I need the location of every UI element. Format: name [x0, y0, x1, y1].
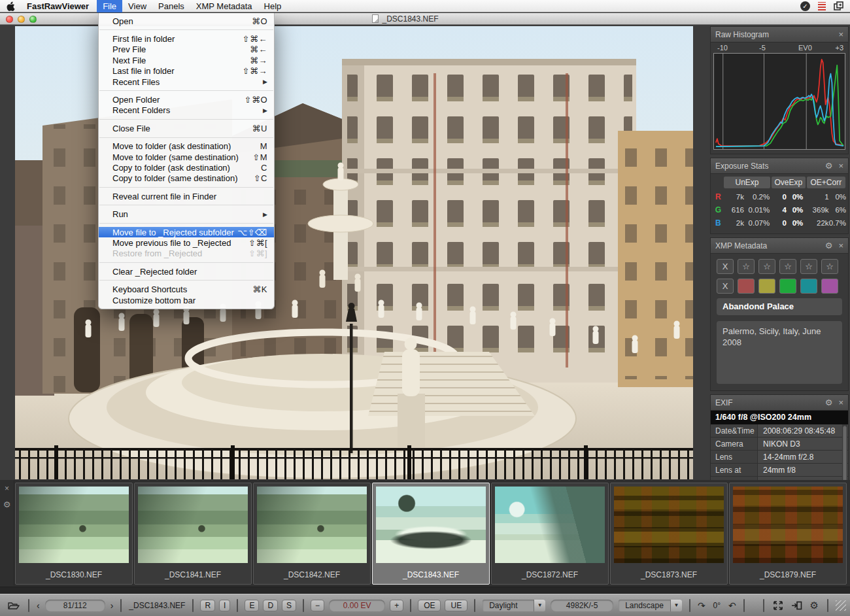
picture-style-dropdown[interactable]: Landscape ▼	[619, 600, 682, 611]
raw-histogram-header[interactable]: Raw Histogram ×	[711, 27, 848, 43]
ev-plus-button[interactable]: +	[390, 600, 403, 611]
menu-item-customize-bottom-bar[interactable]: Customize bottom bar	[99, 295, 274, 305]
menu-item-keyboard-shortcuts[interactable]: Keyboard Shortcuts⌘K	[99, 284, 274, 294]
menu-item-last-file[interactable]: Last file in folder⇧⌘→	[99, 66, 274, 77]
ue-button[interactable]: UE	[445, 600, 468, 611]
rating-star-2[interactable]: ☆	[758, 259, 775, 274]
menu-item-move-previous-rejected[interactable]: Move previous file to _Rejected⇧⌘[	[99, 237, 274, 248]
rating-star-1[interactable]: ☆	[738, 259, 755, 274]
submenu-arrow-icon: ▶	[263, 107, 267, 114]
settings-gear-icon[interactable]: ⚙	[810, 600, 819, 611]
histogram-axis-labels: -10 -5 EV0 +3	[711, 43, 848, 53]
col-oecorr[interactable]: OE+Corr	[807, 177, 845, 188]
prev-file-arrow[interactable]: ‹	[37, 600, 40, 611]
menu-item-recent-folders[interactable]: Recent Folders▶	[99, 105, 274, 116]
file-menu: Open⌘O First file in folder⇧⌘← Prev File…	[98, 13, 275, 309]
info-button[interactable]: I	[219, 600, 230, 611]
xmp-title-field[interactable]: Abandond Palace	[717, 298, 842, 315]
chevron-down-icon: ▼	[670, 600, 682, 611]
menu-item-open-folder[interactable]: Open Folder⇧⌘O	[99, 94, 274, 105]
menubar-file[interactable]: File	[97, 0, 122, 12]
exposure-stats-header[interactable]: Exposure Stats ⚙ ×	[711, 158, 848, 174]
shadows-button[interactable]: S	[282, 600, 296, 611]
thumbnail-dsc1873[interactable]: _DSC1873.NEF	[610, 483, 728, 585]
label-blue-swatch[interactable]	[800, 279, 817, 294]
label-none-button[interactable]: X	[717, 279, 734, 294]
menu-item-copy-same[interactable]: Copy to folder (same destination)⇧C	[99, 173, 274, 184]
exif-close-icon[interactable]: ×	[838, 398, 843, 407]
exif-header[interactable]: EXIF ⚙ ×	[711, 395, 848, 411]
menu-item-move-ask[interactable]: Move to folder (ask destination)M	[99, 141, 274, 152]
menubar-help[interactable]: Help	[258, 0, 288, 12]
histogram-red-curve	[716, 60, 843, 146]
thumbnail-image	[19, 487, 129, 563]
menu-item-close-file[interactable]: Close File⌘U	[99, 123, 274, 133]
exposure-stats-close-icon[interactable]: ×	[838, 162, 843, 170]
thumbnail-dsc1872[interactable]: _DSC1872.NEF	[491, 483, 609, 585]
ev-minus-button[interactable]: −	[311, 600, 324, 611]
details-button[interactable]: D	[263, 600, 278, 611]
label-purple-swatch[interactable]	[821, 279, 838, 294]
filmstrip-gear-icon[interactable]: ⚙	[0, 500, 14, 509]
menu-item-open[interactable]: Open⌘O	[99, 16, 274, 26]
menu-item-copy-ask[interactable]: Copy to folder (ask destination)C	[99, 162, 274, 173]
apple-menu[interactable]	[0, 1, 21, 11]
exposure-button[interactable]: E	[245, 600, 259, 611]
menu-item-clear-rejected[interactable]: Clear _Rejected folder	[99, 266, 274, 277]
menu-item-prev-file[interactable]: Prev File⌘←	[99, 44, 274, 55]
exif-title: EXIF	[715, 398, 733, 407]
ev-value-field[interactable]: 0.00 EV	[329, 600, 385, 611]
raw-button[interactable]: R	[200, 600, 215, 611]
col-unexp[interactable]: UnExp	[724, 177, 770, 188]
menu-item-recent-files[interactable]: Recent Files▶	[99, 77, 274, 87]
rotate-cw-icon[interactable]: ↷	[698, 600, 706, 611]
fullscreen-icon[interactable]	[773, 600, 783, 611]
menu-item-reveal-finder[interactable]: Reveal current file in Finder	[99, 191, 274, 201]
xmp-gear-icon[interactable]: ⚙	[825, 241, 833, 250]
menu-item-move-to-rejected[interactable]: Move file to _Rejected subfolder⌥⇧⌫	[99, 227, 274, 237]
filmstrip-close-icon[interactable]: ×	[5, 484, 9, 493]
menubar-red-list-icon[interactable]	[818, 2, 826, 10]
menubar-panels[interactable]: Panels	[152, 0, 190, 12]
menubar-status-check-icon[interactable]: ✓	[800, 1, 810, 11]
menu-item-run[interactable]: Run▶	[99, 209, 274, 219]
menubar-view[interactable]: View	[122, 0, 152, 12]
label-red-swatch[interactable]	[738, 279, 755, 294]
next-file-arrow[interactable]: ›	[110, 600, 114, 611]
exposure-stats-gear-icon[interactable]: ⚙	[825, 162, 833, 170]
thumbnail-dsc1842[interactable]: _DSC1842.NEF	[253, 483, 371, 585]
menubar-app-name[interactable]: FastRawViewer	[21, 0, 97, 12]
file-position-field[interactable]: 81/112	[45, 600, 105, 611]
rating-star-5[interactable]: ☆	[821, 259, 838, 274]
thumbnail-dsc1830[interactable]: _DSC1830.NEF	[15, 483, 133, 585]
histogram-plot	[713, 53, 845, 150]
oe-button[interactable]: OE	[418, 600, 441, 611]
open-folder-icon[interactable]	[8, 601, 20, 610]
xmp-description-field[interactable]: Palermo, Sicily, Italy, June 2008	[717, 321, 842, 384]
thumbnail-dsc1879[interactable]: _DSC1879.NEF	[729, 483, 847, 585]
col-oveexp[interactable]: OveExp	[772, 177, 805, 188]
xmp-close-icon[interactable]: ×	[838, 241, 843, 250]
toggle-panel-icon[interactable]	[791, 601, 802, 610]
menu-item-next-file[interactable]: Next File⌘→	[99, 55, 274, 65]
menubar-windows-icon[interactable]	[834, 1, 843, 10]
rating-star-4[interactable]: ☆	[800, 259, 817, 274]
xmp-header[interactable]: XMP Metadata ⚙ ×	[711, 238, 848, 254]
window-resize-grip[interactable]	[836, 600, 846, 611]
label-green-swatch[interactable]	[779, 279, 796, 294]
menu-item-first-file[interactable]: First file in folder⇧⌘←	[99, 33, 274, 44]
rating-reject-button[interactable]: X	[717, 259, 734, 274]
raw-histogram-close-icon[interactable]: ×	[838, 30, 843, 39]
color-temp-field[interactable]: 4982K/-5	[551, 600, 613, 611]
exif-gear-icon[interactable]: ⚙	[825, 398, 833, 407]
menubar-xmp-metadata[interactable]: XMP Metadata	[190, 0, 258, 12]
rotate-ccw-icon[interactable]: ↶	[728, 600, 736, 611]
filmstrip-scrollbar[interactable]	[0, 587, 850, 594]
menu-item-move-same[interactable]: Move to folder (same destination)⇧M	[99, 152, 274, 162]
thumbnail-dsc1841[interactable]: _DSC1841.NEF	[134, 483, 252, 585]
white-balance-dropdown[interactable]: Daylight ▼	[483, 600, 545, 611]
label-yellow-swatch[interactable]	[758, 279, 775, 294]
panel-raw-histogram: Raw Histogram × -10 -5 EV0 +3	[710, 26, 849, 154]
rating-star-3[interactable]: ☆	[779, 259, 796, 274]
thumbnail-dsc1843-selected[interactable]: _DSC1843.NEF	[372, 483, 490, 585]
